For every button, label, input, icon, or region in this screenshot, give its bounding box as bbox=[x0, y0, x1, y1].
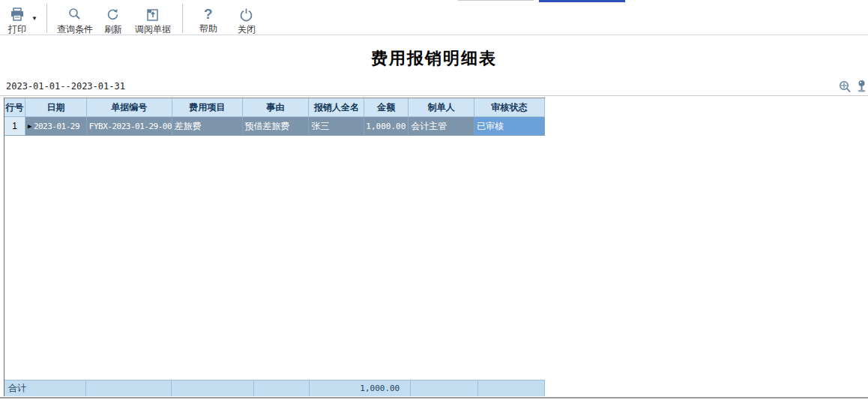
column-header-date: 日期 bbox=[25, 98, 87, 117]
preparer-cell[interactable]: 会计主管 bbox=[409, 117, 474, 136]
help-label: 帮助 bbox=[199, 23, 217, 35]
column-header-audit-status: 审核状态 bbox=[474, 98, 545, 117]
column-header-reason: 事由 bbox=[243, 98, 310, 117]
date-range-text: 2023-01-01--2023-01-31 bbox=[6, 81, 125, 92]
date-cell[interactable]: ▶2023-01-29 bbox=[25, 117, 87, 136]
print-button[interactable]: 打印 bbox=[4, 2, 30, 35]
toolbar-separator bbox=[46, 4, 47, 33]
refresh-label: 刷新 bbox=[104, 23, 122, 36]
open-document-label: 调阅单据 bbox=[135, 23, 171, 36]
close-button[interactable]: 关闭 bbox=[229, 2, 264, 35]
search-icon bbox=[67, 8, 82, 22]
grid-footer-row: 合计 1,000.00 bbox=[4, 380, 545, 396]
report-grid: 行号 日期 单据编号 费用项目 事由 报销人全名 金额 制单人 审核状态 1 ▶… bbox=[4, 98, 545, 396]
print-dropdown-caret[interactable]: ▼ bbox=[31, 15, 37, 22]
grid-header-row: 行号 日期 单据编号 费用项目 事由 报销人全名 金额 制单人 审核状态 bbox=[4, 98, 545, 117]
footer-empty-cell bbox=[478, 380, 545, 396]
column-header-row-no: 行号 bbox=[4, 98, 25, 117]
claimant-cell[interactable]: 张三 bbox=[309, 117, 364, 136]
footer-empty-cell bbox=[86, 380, 172, 396]
expense-item-cell[interactable]: 差旅费 bbox=[172, 117, 243, 136]
column-header-expense-item: 费用项目 bbox=[172, 98, 243, 117]
amount-cell[interactable]: 1,000.00 bbox=[364, 117, 409, 136]
zoom-icon[interactable] bbox=[839, 80, 852, 94]
column-header-claimant: 报销人全名 bbox=[309, 98, 364, 117]
footer-total-label: 合计 bbox=[4, 380, 86, 396]
column-header-amount: 金额 bbox=[364, 98, 409, 117]
column-header-doc-no: 单据编号 bbox=[87, 98, 172, 117]
open-document-icon bbox=[145, 8, 160, 22]
query-conditions-button[interactable]: 查询条件 bbox=[53, 2, 97, 35]
help-button[interactable]: ? 帮助 bbox=[192, 2, 225, 35]
footer-empty-cell bbox=[172, 380, 254, 396]
power-icon bbox=[239, 8, 253, 22]
close-label: 关闭 bbox=[238, 23, 256, 36]
refresh-button[interactable]: 刷新 bbox=[97, 2, 130, 35]
footer-empty-cell bbox=[254, 380, 310, 396]
audit-status-cell[interactable]: 已审核 bbox=[474, 117, 545, 136]
open-document-button[interactable]: 调阅单据 bbox=[130, 2, 176, 35]
window-edge-gray bbox=[458, 0, 534, 1]
footer-total-amount: 1,000.00 bbox=[310, 380, 411, 396]
grid-empty-area bbox=[4, 136, 545, 380]
toolbar-separator bbox=[182, 4, 183, 33]
pin-icon[interactable] bbox=[857, 80, 867, 94]
table-row: 1 ▶2023-01-29 FYBX-2023-01-29-00001 差旅费 … bbox=[4, 117, 545, 136]
query-conditions-label: 查询条件 bbox=[57, 23, 93, 36]
help-icon: ? bbox=[204, 8, 213, 21]
row-number-cell[interactable]: 1 bbox=[4, 117, 25, 136]
filter-bar: 2023-01-01--2023-01-31 bbox=[0, 77, 868, 96]
reason-cell[interactable]: 预借差旅费 bbox=[243, 117, 310, 136]
footer-empty-cell bbox=[411, 380, 478, 396]
refresh-icon bbox=[106, 8, 120, 22]
doc-no-cell[interactable]: FYBX-2023-01-29-00001 bbox=[87, 117, 172, 136]
toolbar: 打印 ▼ 查询条件 刷新 调阅单据 bbox=[0, 2, 868, 35]
print-label: 打印 bbox=[8, 23, 26, 36]
column-header-preparer: 制单人 bbox=[409, 98, 474, 117]
page-title: 费用报销明细表 bbox=[0, 47, 868, 70]
window-bottom-edge bbox=[0, 397, 868, 398]
current-row-indicator: ▶ bbox=[28, 122, 31, 130]
printer-icon bbox=[10, 8, 25, 22]
